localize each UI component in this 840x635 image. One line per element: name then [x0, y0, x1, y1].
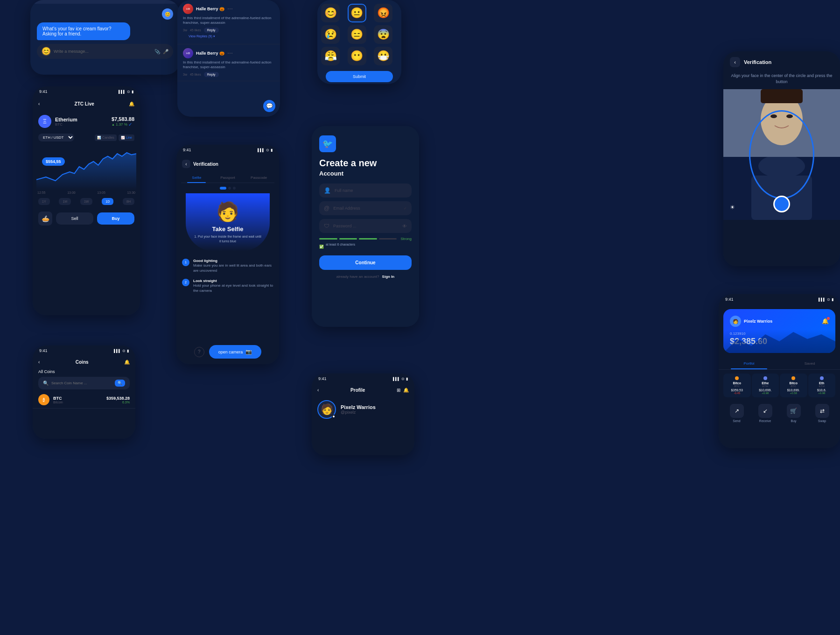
coin-search-input[interactable] [51, 381, 112, 385]
swap-icon: ⇄ [815, 404, 829, 418]
profile-signal [393, 376, 400, 381]
mic-icon[interactable]: 🎤 [163, 49, 168, 54]
tab-passcode[interactable]: Passcode [243, 173, 274, 183]
send-label: Send [733, 419, 740, 423]
email-input-group[interactable]: @ ✓ [319, 201, 412, 215]
password-input[interactable] [333, 224, 399, 228]
period-tabs: 1Y 1M 1W 1D 8H [33, 195, 140, 208]
compose-fab[interactable]: 💬 [263, 100, 275, 112]
emoji-item-4[interactable]: 😑 [348, 25, 366, 44]
signin-link[interactable]: Sign In [382, 275, 395, 279]
emoji-item-8[interactable]: 😷 [374, 47, 392, 65]
chat-input-placeholder[interactable]: Write a message... [54, 49, 152, 54]
coins-back-button[interactable]: ‹ [38, 360, 40, 365]
wallet-coin-change-3: +0.98 [810, 392, 834, 395]
wallet-coin-change-0: -0.45 [725, 392, 749, 395]
face-capture-button[interactable] [773, 196, 790, 212]
help-button[interactable]: ? [194, 347, 204, 357]
fullname-input[interactable] [335, 188, 407, 193]
buy-button[interactable]: Buy [97, 212, 134, 225]
time-label-4: 13:30 [127, 191, 135, 194]
crypto-bell-icon[interactable]: 🔔 [129, 101, 134, 106]
chat-input-bar[interactable]: 😊 Write a message... 📎 🎤 [37, 44, 173, 59]
period-1w[interactable]: 1W [80, 198, 93, 205]
coins-bell-icon[interactable]: 🔔 [124, 360, 130, 365]
coin-search-bar[interactable]: 🔍 🔍 [38, 377, 130, 389]
pie-chart-button[interactable]: 🥧 [38, 212, 52, 226]
eye-icon[interactable]: 👁 [402, 224, 407, 229]
wallet-coin-price-2: $10,699. [782, 388, 805, 392]
profile-back-button[interactable]: ‹ [317, 388, 319, 393]
tab-selfie[interactable]: Selfie [181, 173, 212, 183]
wallet-coin-sym-0: BTC [725, 385, 749, 388]
back-button[interactable]: ‹ [182, 160, 190, 168]
coin-search-button[interactable]: 🔍 [115, 380, 125, 387]
wallet-coin-name-0: Bitco [725, 381, 749, 385]
period-1d[interactable]: 1D [102, 198, 113, 205]
dot-1 [220, 187, 226, 190]
face-verif-title: Verification [744, 59, 771, 65]
btc-change: 6.3% [106, 401, 130, 404]
comment-likes-2: 45 likes [190, 73, 201, 76]
comment-more-icon[interactable]: ⋯ [227, 6, 233, 12]
reply-button-2[interactable]: Reply [204, 72, 219, 77]
crypto-back-button[interactable]: ‹ [38, 101, 40, 106]
fullname-input-group[interactable]: 👤 [319, 183, 412, 198]
period-1m[interactable]: 1M [59, 198, 71, 205]
camera-icon: 📷 [245, 349, 252, 355]
candles-view-button[interactable]: 📊 Candles [95, 134, 117, 141]
reply-button[interactable]: Reply [204, 28, 219, 33]
emoji-item-3[interactable]: 😢 [321, 25, 340, 44]
continue-button[interactable]: Continue [319, 255, 412, 270]
profile-avatar-icon: 🧑 [321, 403, 333, 416]
wallet-notification[interactable]: 🔔 [822, 318, 829, 325]
emoji-item-1[interactable]: 😐 [348, 4, 366, 22]
chat-avatar: 😊 [42, 47, 51, 56]
profile-grid-icon[interactable]: ⊞ [397, 388, 400, 393]
emoji-submit-button[interactable]: Submit [326, 71, 393, 82]
send-action[interactable]: ↗ Send [730, 404, 744, 423]
coin-fullname-btc: Bitcoin [53, 401, 63, 404]
profile-bell-icon[interactable]: 🔔 [403, 388, 409, 393]
email-input[interactable] [333, 206, 400, 211]
tab-saved[interactable]: Saved [779, 358, 840, 369]
emoji-item-2[interactable]: 😡 [374, 4, 392, 22]
view-replies-link[interactable]: View Replies (9) ▾ [183, 33, 274, 40]
wallet-avatar: 🧑 [730, 316, 741, 327]
emoji-item-6[interactable]: 😤 [321, 47, 340, 65]
line-view-button[interactable]: 📈 Line [119, 134, 134, 141]
profile-title: Profile [350, 388, 365, 393]
comment-more-icon-2[interactable]: ⋯ [227, 50, 233, 56]
emoji-item-7[interactable]: 😶 [348, 47, 366, 65]
coins-wifi-icon [122, 348, 126, 353]
sell-button[interactable]: Sell [56, 212, 93, 225]
swap-label: Swap [818, 419, 826, 423]
create-account-subtitle: Account [319, 170, 412, 177]
emoji-item-0[interactable]: 😊 [321, 4, 340, 22]
verif-title: Verification [193, 162, 218, 167]
comment-time: 3w [183, 28, 187, 32]
swap-action[interactable]: ⇄ Swap [815, 404, 829, 423]
period-8h[interactable]: 8H [123, 198, 134, 205]
password-input-group[interactable]: 🛡 👁 [319, 219, 412, 233]
emoji-item-5[interactable]: 😨 [374, 25, 392, 44]
coin-name-btc: BTC [53, 396, 63, 401]
trading-pair-select[interactable]: ETH / USDT [38, 134, 74, 141]
period-1y[interactable]: 1Y [38, 198, 50, 205]
coins-card: 9:41 ‹ Coins 🔔 All Coins 🔍 🔍 ₿ BTC Bitco… [33, 346, 135, 439]
face-back-button[interactable]: ‹ [730, 57, 740, 67]
tab-portfolio[interactable]: Portfol [719, 358, 779, 369]
wallet-coin-sym-3: ETH [810, 385, 834, 388]
attachment-icon[interactable]: 📎 [154, 49, 160, 54]
tab-passport[interactable]: Passport [212, 173, 244, 183]
email-check-icon: ✓ [404, 206, 407, 211]
time-label-3: 13:05 [97, 191, 105, 194]
buy-action[interactable]: 🛒 Buy [787, 404, 801, 423]
comment-text: In this third installment of the adrenal… [183, 16, 274, 26]
open-camera-button[interactable]: open camera 📷 [209, 345, 262, 359]
instruction-num-2: 2 [182, 279, 189, 286]
dot-3 [233, 187, 236, 190]
receive-action[interactable]: ↙ Receive [758, 404, 772, 423]
coin-row-btc: ₿ BTC Bitcoin $359,538.28 6.3% [33, 391, 135, 409]
coins-battery-icon [127, 348, 129, 353]
